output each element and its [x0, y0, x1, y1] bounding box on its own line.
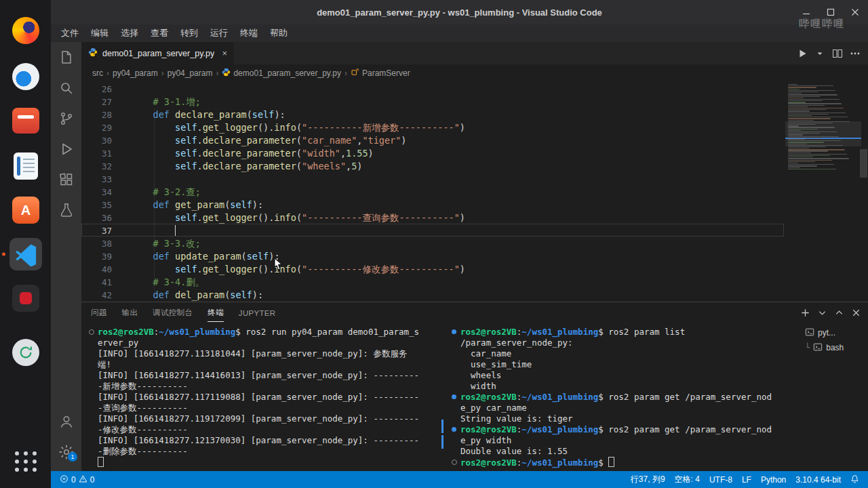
minimap[interactable] [788, 84, 859, 170]
dock-item-ubuntu-software[interactable]: A [9, 194, 42, 226]
code-editor[interactable]: 2627 # 3-1.增;28 def declare_param(self):… [81, 81, 868, 302]
dock-item-writer[interactable] [9, 150, 42, 182]
status-text: UTF-8 [709, 475, 732, 485]
search-icon[interactable] [51, 73, 81, 103]
code-line-41[interactable]: 41 # 3-4.删。 [81, 276, 868, 289]
editor-scrollbar[interactable] [860, 149, 867, 178]
code-line-27[interactable]: 27 # 3-1.增; [81, 96, 868, 108]
terminal-list-item-0[interactable]: pyt... [802, 325, 867, 340]
tab-demo01-param-server[interactable]: demo01_param_server_py.py × [81, 42, 234, 64]
minimap-line [788, 93, 802, 94]
code-line-42[interactable]: 42 def del_param(self): [81, 289, 868, 302]
terminal-pane-right[interactable]: ros2@ros2VB:~/ws01_plumbing$ ros2 param … [451, 327, 804, 471]
plus-icon[interactable] [800, 308, 810, 318]
source-control-icon[interactable] [51, 103, 81, 134]
menu-item-5[interactable]: 运行 [204, 25, 234, 41]
code-line-30[interactable]: 30 self.declare_parameter("car_name","ti… [81, 134, 868, 147]
panel-tab-4[interactable]: JUPYTER [239, 305, 276, 321]
chevron-up-icon[interactable] [834, 308, 844, 318]
terminal-line: 端! [88, 359, 446, 370]
terminal-pane-left[interactable]: ros2@ros2VB:~/ws01_plumbing$ ros2 run py… [88, 327, 446, 471]
panel-tab-0[interactable]: 问题 [91, 304, 107, 321]
dock-item-show-applications[interactable] [9, 445, 42, 478]
status-problems[interactable]: 00 [55, 471, 99, 488]
status-encoding[interactable]: UTF-8 [705, 471, 737, 488]
status-notifications[interactable] [846, 471, 864, 488]
minimize-icon[interactable] [799, 5, 814, 20]
dock-item-file-manager[interactable] [9, 104, 42, 137]
menu-item-2[interactable]: 选择 [115, 25, 144, 41]
status-eol[interactable]: LF [737, 471, 756, 488]
dock-item-firefox[interactable] [9, 14, 42, 47]
menu-item-0[interactable]: 文件 [55, 25, 85, 41]
breadcrumb-item-1[interactable]: py04_param [113, 68, 158, 78]
code-line-35[interactable]: 35 def get_param(self): [81, 199, 868, 211]
close-icon[interactable] [851, 308, 861, 318]
terminal-overview-mark [441, 435, 443, 449]
settings-icon[interactable]: 1 [51, 436, 81, 467]
minimap-line [788, 169, 836, 169]
terminal-list-item-1[interactable]: └bash [802, 340, 867, 355]
status-python-interpreter[interactable]: 3.10.4 64-bit [791, 471, 846, 488]
dock-item-screen-recorder[interactable] [9, 282, 42, 314]
run-debug-icon[interactable] [51, 134, 81, 164]
breadcrumb-item-2[interactable]: py04_param [167, 68, 213, 78]
testing-icon[interactable] [51, 195, 81, 225]
extensions-icon[interactable] [51, 164, 81, 195]
text-cursor [175, 225, 176, 236]
dock-item-web-browser[interactable] [9, 60, 42, 93]
breadcrumb-label: py04_param [113, 68, 158, 78]
panel-tab-2[interactable]: 调试控制台 [153, 304, 193, 321]
minimap-line [788, 123, 833, 123]
close-icon[interactable] [848, 5, 863, 20]
minimap-line [788, 110, 810, 111]
account-icon[interactable] [51, 406, 81, 436]
menu-item-7[interactable]: 帮助 [264, 25, 294, 41]
code-line-26[interactable]: 26 [81, 83, 868, 96]
maximize-icon[interactable] [823, 5, 838, 20]
code-line-39[interactable]: 39 def update_param(self): [81, 250, 868, 263]
status-indentation[interactable]: 空格: 4 [670, 471, 705, 488]
line-number: 27 [81, 96, 112, 108]
split-icon[interactable] [830, 46, 845, 61]
terminal-line: -新增参数---------- [88, 381, 446, 392]
error-icon [60, 474, 68, 485]
code-line-34[interactable]: 34 # 3-2.查; [81, 186, 868, 199]
minimap-line [788, 109, 827, 110]
more-icon[interactable] [848, 46, 863, 61]
code-line-37[interactable]: 37 [81, 224, 868, 237]
code-line-38[interactable]: 38 # 3-3.改; [81, 237, 868, 250]
tab-close-icon[interactable]: × [222, 48, 227, 58]
line-number: 41 [81, 276, 112, 289]
panel-tab-1[interactable]: 输出 [122, 304, 138, 321]
status-cursor-position[interactable]: 行37, 列9 [626, 471, 670, 488]
code-line-31[interactable]: 31 self.declare_parameter("width",1.55) [81, 147, 868, 160]
code-line-40[interactable]: 40 self.get_logger().info("----------修改参… [81, 263, 868, 276]
caret-icon[interactable] [812, 46, 827, 61]
code-line-29[interactable]: 29 self.get_logger().info("----------新增参… [81, 121, 868, 134]
dock-item-vscode[interactable] [9, 238, 42, 270]
terminal-line: car_name [451, 348, 804, 359]
code-line-36[interactable]: 36 self.get_logger().info("----------查询参… [81, 211, 868, 224]
menu-item-4[interactable]: 转到 [174, 25, 204, 41]
breadcrumb-item-4[interactable]: ParamServer [351, 68, 410, 79]
breadcrumb-item-0[interactable]: src [92, 68, 103, 78]
run-icon[interactable] [795, 46, 810, 61]
menu-item-6[interactable]: 终端 [234, 25, 264, 41]
minimap-line [788, 134, 803, 135]
chevron-down-icon[interactable] [817, 308, 827, 318]
panel-tab-3[interactable]: 终端 [208, 304, 224, 322]
code-line-32[interactable]: 32 self.declare_parameter("wheels",5) [81, 160, 868, 173]
dock-item-software-updater[interactable] [9, 336, 42, 369]
settings-badge: 1 [68, 452, 77, 462]
status-language-mode[interactable]: Python [756, 471, 791, 488]
code-text: # 3-4.删。 [131, 276, 204, 289]
menu-item-3[interactable]: 查看 [144, 25, 174, 41]
minimap-line [788, 100, 823, 101]
code-line-28[interactable]: 28 def declare_param(self): [81, 108, 868, 121]
panel-header: 问题输出调试控制台终端JUPYTER [81, 302, 868, 323]
menu-item-1[interactable]: 编辑 [85, 25, 115, 41]
breadcrumb-item-3[interactable]: demo01_param_server_py.py [222, 68, 341, 79]
explorer-icon[interactable] [51, 42, 81, 73]
code-line-33[interactable]: 33 [81, 173, 868, 186]
